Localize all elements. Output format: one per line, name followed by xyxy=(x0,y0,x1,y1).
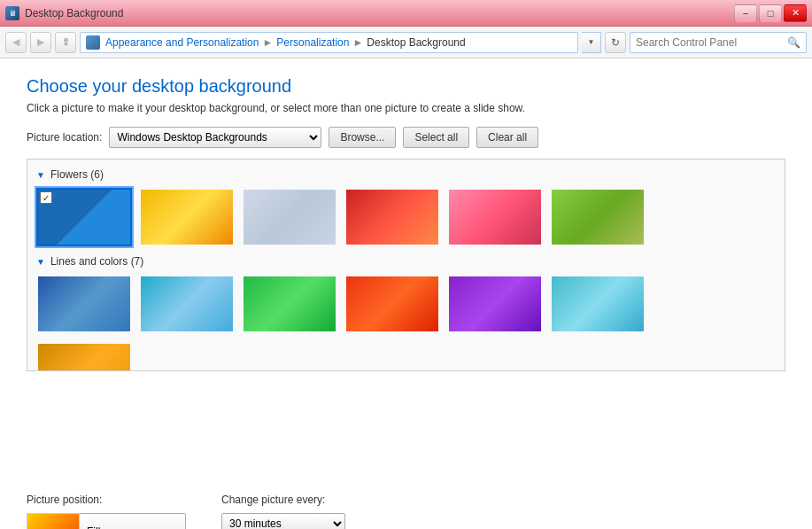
forward-button[interactable]: ▶ xyxy=(30,32,51,53)
thumb-line-5[interactable] xyxy=(447,275,543,333)
clear-all-button[interactable]: Clear all xyxy=(476,127,538,148)
bottom-section: Picture position: Fill Fit Stretch Tile … xyxy=(0,485,812,529)
preview-thumbnail xyxy=(27,513,80,529)
thumb-line-1[interactable] xyxy=(36,275,132,333)
group-label-flowers: Flowers (6) xyxy=(50,168,104,181)
up-button[interactable]: ⇧ xyxy=(55,32,76,53)
picture-position-group: Picture position: Fill Fit Stretch Tile … xyxy=(27,494,186,529)
thumb-img-flower-6 xyxy=(552,190,644,245)
change-picture-select[interactable]: 30 minutes 10 seconds 30 seconds 1 minut… xyxy=(221,513,345,529)
group-header-flowers: ▼ Flowers (6) xyxy=(36,168,776,181)
thumb-check-flower-1: ✓ xyxy=(40,191,52,204)
thumb-img-line-2 xyxy=(141,276,233,331)
thumb-line-7[interactable] xyxy=(36,342,132,371)
main-content: Choose your desktop background Click a p… xyxy=(0,58,812,485)
maximize-button[interactable]: □ xyxy=(759,4,782,22)
thumb-flower-5[interactable] xyxy=(447,188,543,246)
breadcrumb-personalization[interactable]: Personalization xyxy=(276,36,349,49)
search-box: 🔍 xyxy=(630,32,807,53)
thumb-flower-2[interactable] xyxy=(139,188,235,246)
thumb-flower-1[interactable]: ✓ xyxy=(36,188,132,246)
search-input[interactable] xyxy=(636,36,787,49)
preview-and-select: Fill Fit Stretch Tile Center Span xyxy=(27,513,186,529)
thumb-img-line-4 xyxy=(346,276,438,331)
thumb-img-flower-3 xyxy=(244,190,336,245)
breadcrumb-current: Desktop Background xyxy=(367,36,465,49)
breadcrumb-dropdown[interactable]: ▼ xyxy=(582,32,601,53)
window-title: Desktop Background xyxy=(25,7,123,19)
thumb-line-3[interactable] xyxy=(242,275,337,333)
group-arrow-lines[interactable]: ▼ xyxy=(36,257,45,267)
breadcrumb-appearance[interactable]: Appearance and Personalization xyxy=(105,36,259,49)
breadcrumb-icon xyxy=(86,35,100,50)
title-bar-left: 🖥 Desktop Background xyxy=(5,6,123,20)
thumb-img-line-3 xyxy=(244,276,336,331)
browse-button[interactable]: Browse... xyxy=(329,127,396,148)
gallery-inner: ▼ Flowers (6) ✓ xyxy=(27,159,785,371)
desktop-icon: 🖥 xyxy=(5,6,19,20)
thumb-img-line-1 xyxy=(38,276,130,331)
picture-location-row: Picture location: Windows Desktop Backgr… xyxy=(27,127,785,148)
thumb-img-flower-4 xyxy=(346,190,438,245)
group-label-lines: Lines and colors (7) xyxy=(50,255,143,268)
group-header-lines: ▼ Lines and colors (7) xyxy=(36,255,776,268)
thumb-line-2[interactable] xyxy=(139,275,235,333)
page-subtitle: Click a picture to make it your desktop … xyxy=(27,102,785,114)
group-arrow-flowers[interactable]: ▼ xyxy=(36,170,45,180)
search-icon[interactable]: 🔍 xyxy=(787,36,800,49)
page-title: Choose your desktop background xyxy=(27,76,785,97)
title-bar: 🖥 Desktop Background − □ ✕ xyxy=(0,0,812,27)
thumb-flower-3[interactable] xyxy=(242,188,337,246)
breadcrumb-bar: Appearance and Personalization ► Persona… xyxy=(80,32,578,53)
change-picture-group: Change picture every: 30 minutes 10 seco… xyxy=(221,494,345,529)
thumb-img-flower-2 xyxy=(141,190,233,245)
title-bar-controls: − □ ✕ xyxy=(734,4,807,22)
thumb-line-6[interactable] xyxy=(550,275,646,333)
picture-location-label: Picture location: xyxy=(27,131,102,144)
thumb-img-line-5 xyxy=(449,276,541,331)
lines-image-row xyxy=(36,275,776,333)
breadcrumb-sep-2: ► xyxy=(352,36,363,49)
address-bar: ◀ ▶ ⇧ Appearance and Personalization ► P… xyxy=(0,27,812,58)
location-select[interactable]: Windows Desktop Backgrounds xyxy=(109,127,321,148)
select-all-button[interactable]: Select all xyxy=(403,127,469,148)
gallery-container[interactable]: ▼ Flowers (6) ✓ xyxy=(27,159,785,371)
thumb-img-flower-5 xyxy=(449,190,541,245)
close-button[interactable]: ✕ xyxy=(784,4,807,22)
minimize-button[interactable]: − xyxy=(734,4,757,22)
refresh-button[interactable]: ↻ xyxy=(605,32,626,53)
thumb-flower-4[interactable] xyxy=(344,188,440,246)
thumb-img-line-6 xyxy=(552,276,644,331)
change-picture-label: Change picture every: xyxy=(221,494,345,506)
back-button[interactable]: ◀ xyxy=(5,32,27,53)
breadcrumb-sep-1: ► xyxy=(262,36,273,49)
position-select[interactable]: Fill Fit Stretch Tile Center Span xyxy=(80,513,186,529)
picture-position-label: Picture position: xyxy=(27,494,186,506)
thumb-img-line-7 xyxy=(38,344,130,371)
thumb-line-4[interactable] xyxy=(344,275,440,333)
flowers-image-row: ✓ xyxy=(36,188,776,246)
lines-image-row-2 xyxy=(36,342,776,371)
thumb-flower-6[interactable] xyxy=(550,188,646,246)
